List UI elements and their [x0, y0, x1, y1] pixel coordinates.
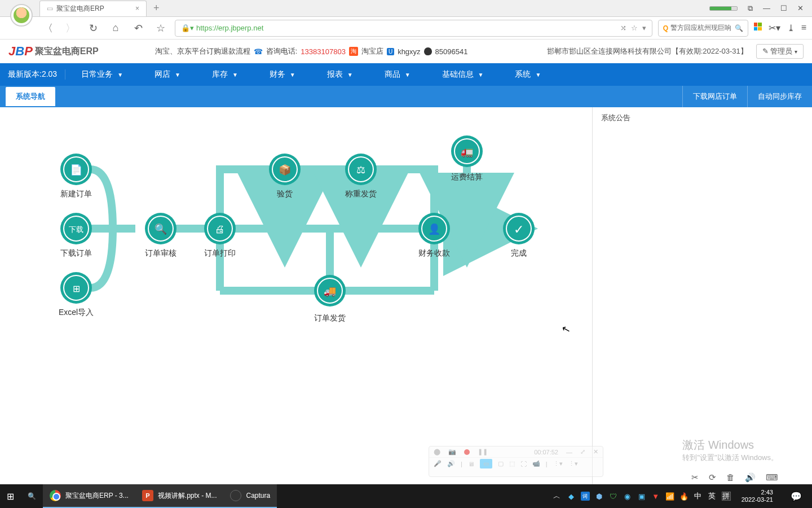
- tray-app7-icon[interactable]: 🔥: [679, 492, 689, 501]
- menu-goods[interactable]: 商品▼: [369, 69, 426, 80]
- float-sync-icon[interactable]: ⟳: [709, 472, 716, 483]
- node-download-order[interactable]: 下载: [60, 213, 92, 244]
- recorder-fullscreen-icon[interactable]: ⛶: [520, 461, 527, 467]
- menu-report[interactable]: 报表▼: [311, 69, 369, 80]
- tray-app6-icon[interactable]: ▼: [651, 492, 660, 501]
- back-button[interactable]: 〈: [39, 20, 56, 37]
- qq-number[interactable]: 85096541: [435, 47, 468, 56]
- svg-text:✓: ✓: [514, 222, 524, 237]
- apps-grid-icon[interactable]: [754, 23, 762, 30]
- menu-basic[interactable]: 基础信息▼: [426, 69, 500, 80]
- float-keyboard-icon[interactable]: ⌨: [766, 472, 778, 483]
- shuffle-icon[interactable]: ⤭: [620, 24, 626, 32]
- recorder-webcam-icon[interactable]: 📹: [532, 460, 540, 467]
- menu-finance[interactable]: 财务▼: [254, 69, 311, 80]
- tab-nav[interactable]: 系统导航: [6, 87, 55, 106]
- cut-icon[interactable]: ✂▾: [769, 23, 780, 33]
- node-order-audit[interactable]: 🔍: [145, 213, 176, 244]
- download-orders-button[interactable]: 下载网店订单: [682, 86, 747, 107]
- menu-system[interactable]: 系统▼: [499, 69, 557, 80]
- tray-up-icon[interactable]: ︿: [553, 492, 562, 501]
- node-excel-import[interactable]: ⊞: [60, 272, 92, 304]
- new-tab-button[interactable]: +: [153, 2, 160, 14]
- tray-ime-2[interactable]: 英: [708, 492, 717, 501]
- node-freight-settle[interactable]: 🚛: [451, 135, 483, 167]
- recorder-stop-icon[interactable]: ⬤: [434, 448, 440, 456]
- node-finance-collect[interactable]: 👤: [418, 213, 450, 244]
- forward-button[interactable]: 〉: [62, 20, 79, 37]
- menu-daily[interactable]: 日常业务▼: [65, 69, 139, 80]
- node-weigh-ship[interactable]: ⚖: [345, 154, 377, 185]
- recorder-settings-icon[interactable]: ⋮▾: [553, 460, 563, 467]
- kh-link[interactable]: khgxyz: [398, 47, 420, 56]
- window-snap-icon[interactable]: ⧉: [748, 4, 753, 13]
- float-trash-icon[interactable]: 🗑: [726, 472, 735, 483]
- recorder-expand-icon[interactable]: ⤢: [580, 448, 585, 456]
- tray-app2-icon[interactable]: 词: [581, 492, 590, 501]
- taskbar-app-captura[interactable]: Captura: [223, 484, 277, 508]
- taskbar-app-powerpoint[interactable]: P 视频讲解.pptx - M...: [135, 484, 224, 508]
- sync-stock-button[interactable]: 自动同步库存: [747, 86, 812, 107]
- chrome-icon: [50, 490, 61, 501]
- recorder-speaker-icon[interactable]: 🔊: [447, 460, 455, 467]
- minimize-icon[interactable]: —: [763, 4, 770, 12]
- version-label: 最新版本:2.03: [0, 69, 65, 80]
- tray-app4-icon[interactable]: ◉: [623, 492, 632, 501]
- tray-app5-icon[interactable]: ▣: [637, 492, 646, 501]
- close-window-icon[interactable]: ✕: [797, 4, 804, 12]
- tray-app3-icon[interactable]: ⬢: [595, 492, 604, 501]
- recorder-region-icon[interactable]: ▢: [498, 460, 504, 467]
- header-link-refund[interactable]: 淘宝、京东平台订购退款流程: [155, 46, 250, 56]
- screen-recorder-overlay[interactable]: ⬤ 📷 ❚❚ 00:07:52 — ⤢ ✕ 🎤 🔊 | 🖥 ▭ ▢ ⬚ ⛶ 📹 …: [429, 446, 603, 477]
- menu-icon[interactable]: ≡: [801, 23, 806, 33]
- taskbar-app-browser[interactable]: 聚宝盆电商ERP - 3...: [43, 484, 135, 508]
- favorite-button[interactable]: ☆: [152, 20, 169, 37]
- browser-search[interactable]: Q 警方回应杭州现巨响 🔍: [658, 20, 748, 37]
- taskbar-clock[interactable]: 2:43 2022-03-21: [736, 489, 779, 503]
- recorder-mic-icon[interactable]: 🎤: [434, 460, 442, 467]
- recorder-close-icon[interactable]: ✕: [593, 448, 598, 456]
- svg-text:下载订单: 下载订单: [60, 248, 92, 257]
- node-order-print[interactable]: 🖨: [204, 213, 236, 244]
- star-icon[interactable]: ☆: [631, 24, 638, 32]
- undo-button[interactable]: ↶: [130, 20, 147, 37]
- recorder-minimize-icon[interactable]: —: [566, 449, 572, 456]
- menu-stock[interactable]: 库存▼: [196, 69, 254, 80]
- clock-time: 2:43: [742, 489, 773, 496]
- node-order-ship[interactable]: 🚚: [314, 275, 346, 306]
- recorder-area-icon[interactable]: ⬚: [509, 460, 515, 467]
- recorder-window-icon[interactable]: ▭: [480, 459, 492, 468]
- taobao-link[interactable]: 淘宝店: [361, 46, 383, 56]
- recorder-record-icon[interactable]: [464, 449, 470, 455]
- dropdown-icon[interactable]: ▾: [642, 24, 646, 32]
- url-bar[interactable]: 🔒▾ https://erp.jbperp.net ⤭ ☆ ▾: [175, 20, 652, 37]
- float-volume-icon[interactable]: 🔊: [745, 472, 756, 483]
- tray-wifi-icon[interactable]: 📶: [665, 492, 674, 501]
- browser-tab[interactable]: ▭ 聚宝盆电商ERP ×: [39, 1, 147, 16]
- float-cut-icon[interactable]: ✂: [691, 472, 699, 483]
- download-icon[interactable]: ⤓: [787, 23, 795, 33]
- node-complete[interactable]: ✓: [503, 213, 535, 244]
- recorder-screen-icon[interactable]: 🖥: [468, 461, 474, 467]
- recorder-pause-icon[interactable]: ❚❚: [478, 448, 488, 456]
- search-button[interactable]: 🔍: [21, 484, 43, 508]
- recorder-more-icon[interactable]: ⋮▾: [568, 460, 578, 467]
- admin-button[interactable]: ✎ 管理员 ▾: [756, 44, 804, 59]
- recorder-camera-icon[interactable]: 📷: [448, 448, 456, 456]
- start-button[interactable]: ⊞: [0, 484, 21, 508]
- node-inspect[interactable]: 📦: [269, 154, 301, 185]
- profile-avatar[interactable]: [10, 4, 33, 27]
- close-icon[interactable]: ×: [135, 5, 139, 12]
- menu-shop[interactable]: 网店▼: [139, 69, 196, 80]
- node-new-order[interactable]: 📄: [60, 154, 92, 185]
- tray-shield-icon[interactable]: 🛡: [609, 492, 618, 501]
- maximize-icon[interactable]: ☐: [780, 4, 787, 12]
- reload-button[interactable]: ↻: [85, 20, 102, 37]
- tray-ime-3[interactable]: 拼: [722, 492, 731, 501]
- tray-ime-1[interactable]: 中: [694, 492, 703, 501]
- tray-app1-icon[interactable]: ◆: [567, 492, 576, 501]
- search-icon[interactable]: 🔍: [735, 24, 743, 32]
- app-logo[interactable]: JBP 聚宝盆电商ERP: [8, 44, 99, 59]
- notification-icon[interactable]: 💬: [784, 491, 809, 502]
- home-button[interactable]: ⌂: [107, 20, 124, 37]
